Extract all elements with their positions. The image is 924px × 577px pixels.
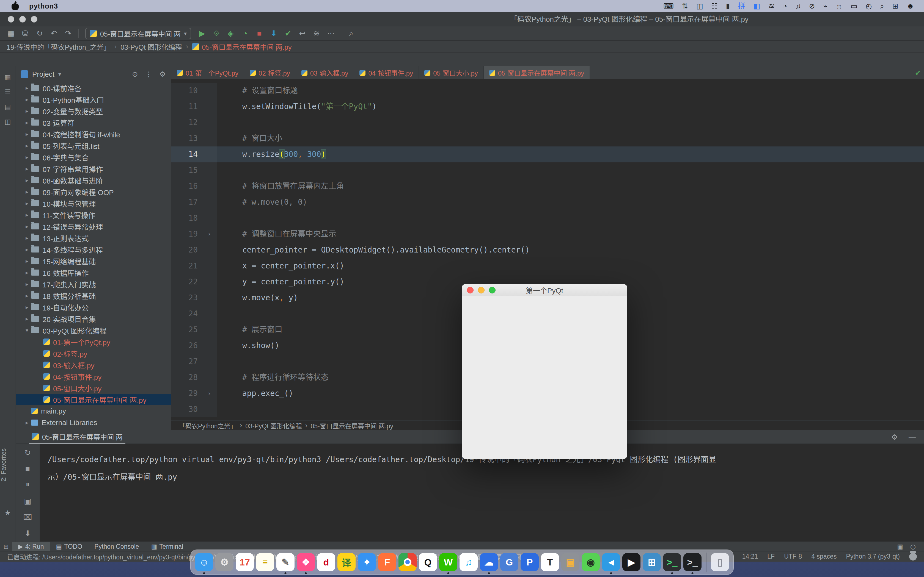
breadcrumb-segment[interactable]: 03-PyQt 图形化编程 [120, 42, 182, 52]
user-face-icon[interactable] [909, 553, 917, 561]
dock-icon-capture-app[interactable]: ◉ [582, 553, 600, 571]
dock-icon-keynote[interactable]: ❖ [297, 553, 315, 571]
chevron-icon[interactable]: ▸ [23, 108, 31, 114]
dock-icon-chrome[interactable] [399, 553, 417, 571]
tree-item[interactable]: 05-窗口大小.py [16, 382, 171, 394]
tree-item[interactable]: ▸14-多线程与多进程 [16, 244, 171, 255]
dock-icon-textedit[interactable]: ✎ [276, 553, 294, 571]
project-panel-title[interactable]: Project [32, 70, 55, 79]
tree-item[interactable]: ▸09-面向对象编程 OOP [16, 186, 171, 198]
music-icon[interactable]: ♫ [795, 0, 801, 12]
search-icon[interactable]: ⌕ [880, 0, 884, 12]
pyqt-titlebar[interactable]: 第一个PyQt [462, 284, 627, 296]
code-line[interactable]: 12 [171, 114, 924, 131]
coverage-button[interactable]: ◈ [224, 27, 238, 40]
stop-button[interactable]: ■ [252, 27, 267, 40]
dock-icon-typora[interactable]: T [541, 553, 559, 571]
dock-icon-system-preferences[interactable]: ⚙ [215, 553, 233, 571]
save-all-icon[interactable]: ⛁ [18, 27, 32, 40]
fold-marker[interactable]: › [202, 385, 217, 401]
clear-output-icon[interactable]: ⌧ [23, 513, 32, 522]
fold-marker[interactable]: › [202, 226, 217, 242]
status-widget[interactable]: UTF-8 [784, 553, 802, 560]
chevron-icon[interactable]: ▸ [23, 200, 31, 206]
code-line[interactable]: 20center_pointer = QDesktopWidget().avai… [171, 242, 924, 258]
chevron-icon[interactable]: ▸ [23, 281, 31, 287]
pyqt-minimize-button[interactable] [478, 287, 485, 293]
zoom-window-button[interactable] [31, 16, 37, 23]
dock-icon-baidu-netdisk[interactable]: ☁ [480, 553, 498, 571]
bookmarks-tool-icon[interactable]: ▤ [0, 103, 15, 111]
code-line[interactable]: 14w.resize(300, 300) [171, 147, 924, 163]
stats-icon[interactable]: ≋ [769, 0, 775, 12]
chevron-icon[interactable]: ▸ [23, 304, 31, 311]
tree-item[interactable]: 05-窗口显示在屏幕中间 两.py [16, 394, 171, 405]
control-center-icon[interactable]: ⊞ [892, 0, 898, 12]
input-method-icon[interactable]: 拼 [738, 0, 745, 12]
chevron-icon[interactable]: ▸ [23, 165, 31, 172]
diff-button[interactable]: ≋ [309, 27, 324, 40]
dock-icon-iina[interactable]: ▶ [622, 553, 640, 571]
chevron-icon[interactable]: ▸ [23, 177, 31, 184]
pyqt-app-window[interactable]: 第一个PyQt [462, 284, 627, 459]
dock-icon-trash[interactable]: ▯ [711, 553, 729, 571]
chevron-icon[interactable]: ▸ [23, 142, 31, 149]
event-log-icon[interactable]: ◷ [910, 543, 916, 550]
chevron-icon[interactable]: ▸ [23, 269, 31, 276]
project-tool-icon[interactable]: ▦ [0, 73, 15, 81]
inspection-ok-icon[interactable]: ✔ [915, 68, 921, 77]
code-line[interactable]: 21x = center_pointer.x() [171, 258, 924, 274]
breadcrumb-segment[interactable]: 03-PyQt 图形化编程 [245, 421, 302, 430]
tree-item[interactable]: ▸15-网络编程基础 [16, 255, 171, 267]
locate-file-icon[interactable]: ⊙ [132, 70, 138, 79]
chevron-down-icon[interactable]: ▾ [58, 71, 61, 77]
editor-tab[interactable]: 03-输入框.py [296, 66, 354, 79]
code-line[interactable]: 15 [171, 163, 924, 178]
tool-window-button[interactable]: Python Console [88, 542, 145, 551]
status-widget[interactable]: 14:21 [742, 553, 758, 560]
dock-icon-firefox[interactable]: F [378, 553, 396, 571]
dock-icon-calendar[interactable]: 17 [236, 553, 254, 571]
profile-button[interactable]: ◔ [238, 27, 252, 40]
dock-icon-youdao-dict[interactable]: 译 [338, 553, 355, 571]
keyboard-icon[interactable]: ⌨ [664, 0, 674, 12]
tree-item[interactable]: ▸12-错误与异常处理 [16, 221, 171, 232]
run-button[interactable]: ▶ [195, 27, 209, 40]
recording-icon[interactable]: ▮ [726, 0, 730, 12]
dock-icon-dash-docs[interactable]: d [317, 553, 335, 571]
dock-icon-qq[interactable]: Q [419, 553, 437, 571]
stop-icon[interactable]: ■ [25, 464, 30, 473]
chevron-icon[interactable]: ▸ [23, 119, 31, 126]
clock-icon[interactable]: ◴ [866, 0, 872, 12]
tree-item[interactable]: ▸Scratches and Consoles [16, 428, 171, 430]
dock-icon-terminal[interactable]: >_ [663, 553, 681, 571]
chevron-icon[interactable]: ▸ [23, 246, 31, 253]
dock-icon-finder[interactable]: ☺ [195, 553, 213, 571]
structure-tool-icon[interactable]: ☰ [0, 88, 15, 96]
dock-icon-utility-app[interactable]: ▣ [561, 553, 580, 571]
dock-icon-notes[interactable]: ≡ [256, 553, 274, 571]
tree-item[interactable]: ▸07-字符串常用操作 [16, 163, 171, 174]
pyqt-close-button[interactable] [467, 287, 473, 293]
user-icon[interactable]: ☻ [907, 0, 914, 12]
tree-item[interactable]: ▸17-爬虫入门实战 [16, 278, 171, 290]
chevron-icon[interactable]: ▸ [23, 211, 31, 218]
restore-layout-icon[interactable]: ▣ [24, 496, 31, 506]
chevron-icon[interactable]: ▸ [23, 96, 31, 103]
sync-icon[interactable]: ↻ [32, 27, 47, 40]
breadcrumb-segment[interactable]: 「码农Python之光」 [179, 421, 237, 430]
open-icon[interactable]: ▦ [4, 27, 18, 40]
editor-tab[interactable]: 02-标签.py [244, 66, 296, 79]
redo-icon[interactable]: ↷ [61, 27, 75, 40]
apple-menu-icon[interactable] [11, 2, 19, 10]
tree-item[interactable]: ▸08-函数基础与进阶 [16, 174, 171, 186]
tool-window-button[interactable]: ▤TODO [50, 542, 88, 551]
wifi-icon[interactable]: ☼ [836, 0, 842, 12]
tree-item[interactable]: main.py [16, 405, 171, 417]
tool-window-switcher-icon[interactable]: ⊞ [0, 543, 12, 550]
code-line[interactable]: 11w.setWindowTitle("第一个PyQt") [171, 98, 924, 114]
commit-tool-icon[interactable]: ◫ [0, 118, 15, 126]
status-widget[interactable]: LF [767, 553, 775, 560]
grid-icon[interactable]: ☷ [711, 0, 717, 12]
vpn-icon[interactable]: ⊘ [809, 0, 815, 12]
